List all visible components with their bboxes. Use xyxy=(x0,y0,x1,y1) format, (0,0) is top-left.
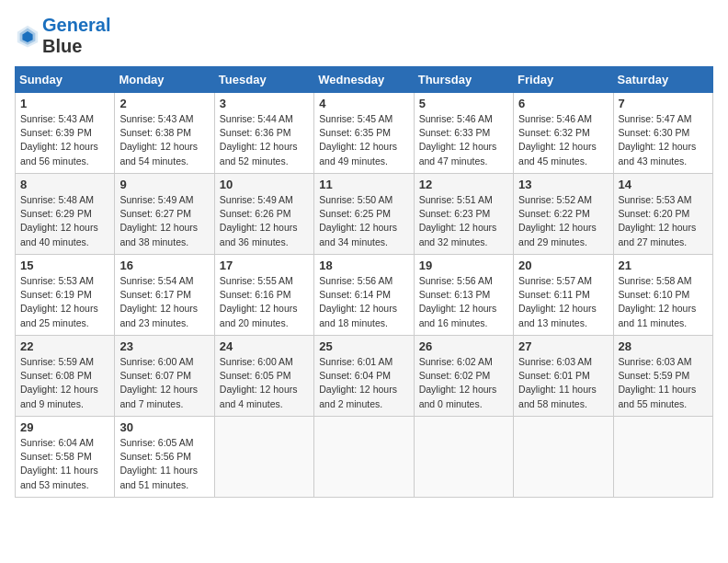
calendar-cell: 10Sunrise: 5:49 AMSunset: 6:26 PMDayligh… xyxy=(214,174,313,255)
day-number: 15 xyxy=(20,259,109,272)
calendar-week-row: 1Sunrise: 5:43 AMSunset: 6:39 PMDaylight… xyxy=(16,93,713,174)
day-number: 25 xyxy=(319,339,408,353)
day-info: Sunrise: 5:43 AMSunset: 6:39 PMDaylight:… xyxy=(20,112,109,168)
weekday-header: Saturday xyxy=(613,67,712,93)
day-info: Sunrise: 5:55 AMSunset: 6:16 PMDaylight:… xyxy=(220,274,309,330)
calendar-cell: 1Sunrise: 5:43 AMSunset: 6:39 PMDaylight… xyxy=(16,93,115,174)
day-info: Sunrise: 5:49 AMSunset: 6:27 PMDaylight:… xyxy=(119,193,209,249)
calendar-cell: 25Sunrise: 6:01 AMSunset: 6:04 PMDayligh… xyxy=(314,336,414,417)
day-number: 4 xyxy=(319,97,408,110)
calendar-cell: 9Sunrise: 5:49 AMSunset: 6:27 PMDaylight… xyxy=(115,174,214,255)
day-info: Sunrise: 5:52 AMSunset: 6:22 PMDaylight:… xyxy=(518,193,608,249)
calendar-cell: 5Sunrise: 5:46 AMSunset: 6:33 PMDaylight… xyxy=(414,93,513,174)
calendar-cell: 8Sunrise: 5:48 AMSunset: 6:29 PMDaylight… xyxy=(16,174,115,255)
day-info: Sunrise: 5:51 AMSunset: 6:23 PMDaylight:… xyxy=(419,193,508,249)
calendar-cell xyxy=(414,417,513,498)
day-info: Sunrise: 5:49 AMSunset: 6:26 PMDaylight:… xyxy=(220,193,309,249)
weekday-header-row: SundayMondayTuesdayWednesdayThursdayFrid… xyxy=(16,67,713,93)
weekday-header: Tuesday xyxy=(214,67,313,93)
calendar-cell: 2Sunrise: 5:43 AMSunset: 6:38 PMDaylight… xyxy=(115,93,214,174)
logo-text: General xyxy=(42,15,110,36)
calendar-week-row: 22Sunrise: 5:59 AMSunset: 6:08 PMDayligh… xyxy=(16,336,713,417)
day-info: Sunrise: 5:59 AMSunset: 6:08 PMDaylight:… xyxy=(20,355,109,411)
day-number: 12 xyxy=(419,178,508,191)
day-info: Sunrise: 6:03 AMSunset: 5:59 PMDaylight:… xyxy=(619,355,708,411)
calendar-week-row: 15Sunrise: 5:53 AMSunset: 6:19 PMDayligh… xyxy=(16,255,713,336)
day-info: Sunrise: 6:04 AMSunset: 5:58 PMDaylight:… xyxy=(20,436,109,492)
weekday-header: Monday xyxy=(115,67,214,93)
calendar-cell xyxy=(613,417,712,498)
day-info: Sunrise: 5:47 AMSunset: 6:30 PMDaylight:… xyxy=(619,112,708,168)
day-number: 28 xyxy=(619,339,708,353)
day-info: Sunrise: 5:56 AMSunset: 6:14 PMDaylight:… xyxy=(319,274,408,330)
day-number: 11 xyxy=(319,178,408,191)
day-number: 23 xyxy=(119,339,209,353)
calendar-table: SundayMondayTuesdayWednesdayThursdayFrid… xyxy=(15,66,713,498)
calendar-cell: 21Sunrise: 5:58 AMSunset: 6:10 PMDayligh… xyxy=(613,255,712,336)
day-info: Sunrise: 6:00 AMSunset: 6:07 PMDaylight:… xyxy=(119,355,209,411)
weekday-header: Friday xyxy=(514,67,613,93)
calendar-cell: 19Sunrise: 5:56 AMSunset: 6:13 PMDayligh… xyxy=(414,255,513,336)
calendar-cell: 26Sunrise: 6:02 AMSunset: 6:02 PMDayligh… xyxy=(414,336,513,417)
calendar-cell xyxy=(514,417,613,498)
day-number: 19 xyxy=(419,259,508,272)
calendar-cell: 11Sunrise: 5:50 AMSunset: 6:25 PMDayligh… xyxy=(314,174,414,255)
logo: General Blue xyxy=(15,15,110,57)
day-number: 6 xyxy=(518,97,608,110)
day-info: Sunrise: 5:58 AMSunset: 6:10 PMDaylight:… xyxy=(619,274,708,330)
calendar-cell: 13Sunrise: 5:52 AMSunset: 6:22 PMDayligh… xyxy=(514,174,613,255)
weekday-header: Wednesday xyxy=(314,67,414,93)
day-number: 21 xyxy=(619,259,708,272)
logo-subtext: Blue xyxy=(42,36,110,57)
day-number: 17 xyxy=(220,259,309,272)
day-number: 10 xyxy=(220,178,309,191)
day-number: 1 xyxy=(20,97,109,110)
day-number: 9 xyxy=(119,178,209,191)
day-info: Sunrise: 5:53 AMSunset: 6:20 PMDaylight:… xyxy=(619,193,708,249)
logo-icon xyxy=(15,23,40,49)
day-info: Sunrise: 5:45 AMSunset: 6:35 PMDaylight:… xyxy=(319,112,408,168)
calendar-cell: 27Sunrise: 6:03 AMSunset: 6:01 PMDayligh… xyxy=(514,336,613,417)
day-info: Sunrise: 5:57 AMSunset: 6:11 PMDaylight:… xyxy=(518,274,608,330)
calendar-cell: 16Sunrise: 5:54 AMSunset: 6:17 PMDayligh… xyxy=(115,255,214,336)
day-info: Sunrise: 5:43 AMSunset: 6:38 PMDaylight:… xyxy=(119,112,209,168)
day-number: 7 xyxy=(619,97,708,110)
calendar-cell: 6Sunrise: 5:46 AMSunset: 6:32 PMDaylight… xyxy=(514,93,613,174)
day-info: Sunrise: 5:56 AMSunset: 6:13 PMDaylight:… xyxy=(419,274,508,330)
day-number: 2 xyxy=(119,97,209,110)
day-number: 13 xyxy=(518,178,608,191)
day-number: 24 xyxy=(220,339,309,353)
calendar-cell xyxy=(314,417,414,498)
day-info: Sunrise: 6:00 AMSunset: 6:05 PMDaylight:… xyxy=(220,355,309,411)
day-number: 8 xyxy=(20,178,109,191)
day-number: 20 xyxy=(518,259,608,272)
calendar-cell: 12Sunrise: 5:51 AMSunset: 6:23 PMDayligh… xyxy=(414,174,513,255)
day-number: 14 xyxy=(619,178,708,191)
day-info: Sunrise: 5:53 AMSunset: 6:19 PMDaylight:… xyxy=(20,274,109,330)
calendar-cell: 28Sunrise: 6:03 AMSunset: 5:59 PMDayligh… xyxy=(613,336,712,417)
calendar-cell: 18Sunrise: 5:56 AMSunset: 6:14 PMDayligh… xyxy=(314,255,414,336)
day-info: Sunrise: 5:46 AMSunset: 6:32 PMDaylight:… xyxy=(518,112,608,168)
weekday-header: Thursday xyxy=(414,67,513,93)
day-number: 5 xyxy=(419,97,508,110)
day-number: 29 xyxy=(20,420,109,434)
day-info: Sunrise: 5:50 AMSunset: 6:25 PMDaylight:… xyxy=(319,193,408,249)
calendar-cell xyxy=(214,417,313,498)
day-number: 26 xyxy=(419,339,508,353)
calendar-cell: 29Sunrise: 6:04 AMSunset: 5:58 PMDayligh… xyxy=(16,417,115,498)
calendar-cell: 22Sunrise: 5:59 AMSunset: 6:08 PMDayligh… xyxy=(16,336,115,417)
calendar-cell: 3Sunrise: 5:44 AMSunset: 6:36 PMDaylight… xyxy=(214,93,313,174)
calendar-week-row: 29Sunrise: 6:04 AMSunset: 5:58 PMDayligh… xyxy=(16,417,713,498)
calendar-week-row: 8Sunrise: 5:48 AMSunset: 6:29 PMDaylight… xyxy=(16,174,713,255)
calendar-cell: 17Sunrise: 5:55 AMSunset: 6:16 PMDayligh… xyxy=(214,255,313,336)
calendar-cell: 4Sunrise: 5:45 AMSunset: 6:35 PMDaylight… xyxy=(314,93,414,174)
calendar-cell: 14Sunrise: 5:53 AMSunset: 6:20 PMDayligh… xyxy=(613,174,712,255)
day-number: 16 xyxy=(119,259,209,272)
day-number: 3 xyxy=(220,97,309,110)
day-info: Sunrise: 5:44 AMSunset: 6:36 PMDaylight:… xyxy=(220,112,309,168)
calendar-cell: 23Sunrise: 6:00 AMSunset: 6:07 PMDayligh… xyxy=(115,336,214,417)
calendar-cell: 24Sunrise: 6:00 AMSunset: 6:05 PMDayligh… xyxy=(214,336,313,417)
day-info: Sunrise: 5:54 AMSunset: 6:17 PMDaylight:… xyxy=(119,274,209,330)
weekday-header: Sunday xyxy=(16,67,115,93)
day-info: Sunrise: 5:46 AMSunset: 6:33 PMDaylight:… xyxy=(419,112,508,168)
